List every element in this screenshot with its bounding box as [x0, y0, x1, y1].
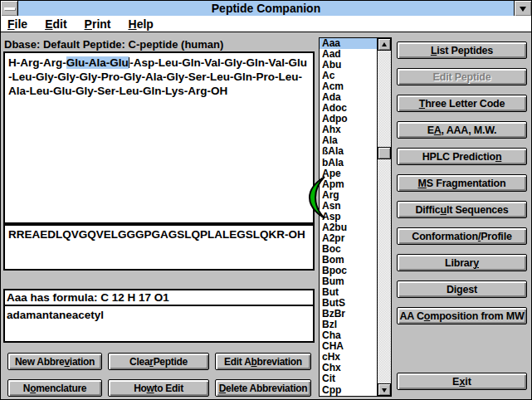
list-item[interactable]: Apm [320, 179, 377, 190]
clear-peptide-button[interactable]: Clear Peptide [108, 353, 209, 370]
difficult-sequences-button[interactable]: Difficult Sequences [397, 201, 527, 218]
list-item[interactable]: bAla [320, 158, 377, 168]
list-item[interactable]: Ahx [320, 124, 377, 135]
edit-abbreviation-button[interactable]: Edit Abbreviation [215, 353, 311, 370]
list-item[interactable]: Cit [320, 373, 377, 384]
list-item[interactable]: Cha [320, 330, 377, 341]
hplc-prediction-button[interactable]: HPLC Prediction [397, 148, 527, 165]
scrollbar-thumb[interactable] [378, 147, 391, 159]
conformation-profile-button[interactable]: Conformation / Profile [397, 227, 527, 245]
abbreviation-list[interactable]: AaaAadAbuAcAcmAdaAdocAdpoAhxAlaßAlabAlaA… [320, 38, 377, 396]
aa-composition-from-mw-button[interactable]: AA Composition from MW [397, 307, 527, 324]
ms-fragmentation-button[interactable]: MS Fragmentation [397, 174, 527, 192]
scroll-down-button[interactable] [378, 383, 391, 396]
list-item[interactable]: Aaa [320, 38, 377, 49]
list-item[interactable]: Chx [320, 363, 377, 373]
dbase-peptide-label: Dbase: Default Peptide: C-peptide (human… [4, 38, 223, 51]
control-menu-dash-icon [4, 7, 15, 10]
list-item[interactable]: Bom [320, 255, 377, 266]
list-item[interactable]: Acm [320, 81, 377, 92]
minimize-arrow-icon [520, 7, 526, 15]
sequence-selection: Glu-Ala-Glu [66, 56, 129, 69]
abbreviation-full-name: adamantaneacetyl [5, 306, 313, 324]
app-window: Peptide Companion File Edit Print Help D… [0, 0, 532, 400]
list-item[interactable]: ßAla [320, 146, 377, 157]
list-item[interactable]: BzBr [320, 309, 377, 320]
list-item[interactable]: A2bu [320, 222, 377, 233]
menu-edit[interactable]: Edit [45, 17, 66, 31]
scroll-up-arrow-icon [382, 40, 387, 46]
list-item[interactable]: Aad [320, 49, 377, 60]
nomenclature-button[interactable]: Nomenclature [7, 379, 102, 397]
list-item[interactable]: Ape [320, 168, 377, 179]
edit-peptide-button: Edit Peptide [397, 68, 527, 85]
list-position-marker-icon [309, 176, 325, 219]
scroll-up-button[interactable] [378, 38, 391, 51]
one-letter-sequence: RREAEDLQVGQVELGGGPGAGSLQPLALEGSLQKR-OH [8, 228, 305, 241]
list-item[interactable]: Asp [320, 212, 377, 222]
new-abbreviation-button[interactable]: New Abbreviation [7, 353, 102, 370]
list-item[interactable]: Adoc [320, 103, 377, 114]
list-item[interactable]: Bum [320, 276, 377, 287]
list-item[interactable]: But [320, 287, 377, 298]
list-peptides-button[interactable]: List Peptides [397, 41, 527, 59]
list-item[interactable]: Bpoc [320, 266, 377, 276]
control-menu-button[interactable] [1, 1, 18, 16]
list-item[interactable]: A2pr [320, 233, 377, 244]
peptide-sequence-editor[interactable]: H-Arg-Arg-Glu-Ala-Glu-Asp-Leu-Gln-Val-Gl… [3, 51, 315, 224]
list-item[interactable]: Ada [320, 92, 377, 103]
list-item[interactable]: Asn [320, 201, 377, 212]
list-item[interactable]: Arg [320, 190, 377, 201]
delete-abbreviation-button[interactable]: Delete Abbreviation [215, 379, 311, 397]
list-item[interactable]: cHx [320, 352, 377, 363]
title-bar: Peptide Companion [1, 1, 531, 16]
list-item[interactable]: CHA [320, 341, 377, 352]
listbox-scrollbar[interactable] [377, 38, 391, 396]
list-item[interactable]: Abu [320, 60, 377, 71]
minimize-button[interactable] [514, 1, 531, 16]
three-letter-code-button[interactable]: Three Letter Code [397, 95, 527, 112]
menu-print[interactable]: Print [85, 17, 111, 31]
list-item[interactable]: Ala [320, 135, 377, 146]
one-letter-code-box: RREAEDLQVGQVELGGGPGAGSLQPLALEGSLQKR-OH [3, 224, 315, 271]
window-title: Peptide Companion [18, 1, 514, 16]
abbreviation-formula: Aaa has formula: C 12 H 17 O1 [5, 290, 313, 306]
list-item[interactable]: Cpp [320, 385, 377, 396]
ea-aaa-mw-button[interactable]: EA, AAA, M.W. [397, 121, 527, 139]
menu-file[interactable]: File [7, 17, 27, 31]
digest-button[interactable]: Digest [397, 280, 527, 298]
how-to-edit-button[interactable]: How to Edit [108, 379, 209, 397]
list-item[interactable]: Bzl [320, 320, 377, 330]
exit-button[interactable]: Exit [397, 373, 527, 390]
list-item[interactable]: ButS [320, 298, 377, 309]
action-button-stack: List Peptides Edit Peptide Three Letter … [397, 41, 527, 324]
sequence-pre-selection: H-Arg-Arg- [8, 56, 66, 69]
menu-help[interactable]: Help [129, 17, 154, 31]
scroll-down-arrow-icon [382, 388, 387, 395]
list-item[interactable]: Adpo [320, 114, 377, 124]
list-item[interactable]: Ac [320, 71, 377, 81]
abbreviation-listbox: AaaAadAbuAcAcmAdaAdocAdpoAhxAlaßAlabAlaA… [319, 37, 392, 397]
library-button[interactable]: Library [397, 254, 527, 271]
abbreviation-info-box: Aaa has formula: C 12 H 17 O1 adamantane… [3, 289, 315, 343]
menu-bar: File Edit Print Help [1, 16, 531, 32]
list-item[interactable]: Boc [320, 244, 377, 255]
